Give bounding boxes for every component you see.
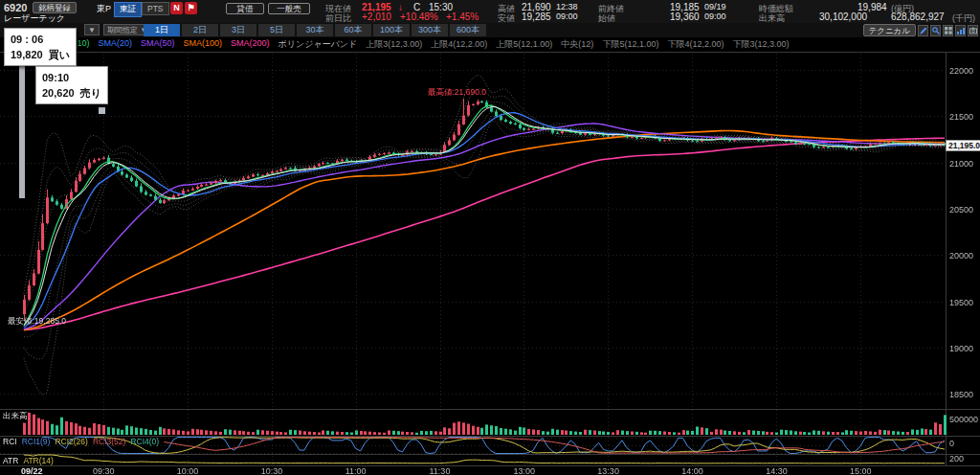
zoom-magnifier-icon[interactable] — [930, 25, 941, 36]
x-axis-tick: 15:00 — [850, 466, 872, 475]
x-axis-tick: 13:00 — [513, 466, 535, 475]
y-axis-tick: 21500 — [949, 112, 973, 122]
chart-app-window: 6920 銘柄登録 東P 東証 PTS N ⚑ レーザーテック 貸借 一般売 現… — [0, 0, 980, 475]
credit-button[interactable]: 貸借 — [226, 3, 264, 14]
session-low-annotation: 最安値:19,285.0 — [8, 316, 66, 328]
x-axis-tick: 13:30 — [597, 466, 619, 475]
buy-trade-side: 買い — [49, 49, 70, 60]
legend-SMA(200): SMA(200) — [231, 38, 270, 51]
period-tab-100本[interactable]: 100本 — [373, 24, 410, 36]
screenshot-camera-icon[interactable] — [968, 25, 978, 36]
period-toolbar: ▼ 期間指定 ▼ 1日2日3日5日30本60本100本300本600本 テクニカ… — [0, 23, 980, 37]
legend-SMA(100): SMA(100) — [184, 38, 223, 51]
y-axis-tick: 19000 — [949, 344, 973, 353]
low-value: 19,285 — [522, 11, 551, 22]
open-value: 19,360 — [670, 11, 700, 22]
legend-band: 下限5(12,1.00) — [602, 38, 658, 51]
y-axis-tick: 20500 — [949, 205, 973, 215]
rci-panel-labels: RCIRCI1(9)RCI2(26)RCI3(52)RCI4(0) — [3, 437, 164, 446]
indicator-legend-bar: SMA(10)SMA(20)SMA(50)SMA(100)SMA(200)ボリン… — [56, 38, 955, 51]
period-tab-5日[interactable]: 5日 — [258, 24, 295, 36]
rci-label-RCI: RCI — [3, 437, 17, 446]
rci-label-RCI2(26): RCI2(26) — [55, 437, 87, 446]
news-icon[interactable]: N — [170, 2, 183, 14]
change-value: +2,010 — [362, 11, 391, 22]
session-high-annotation: 最高値:21,690.0 — [428, 87, 486, 99]
y-axis-tick: 18500 — [949, 390, 973, 399]
sell-trade-side: 売り — [80, 87, 101, 99]
rci-label-RCI4(0): RCI4(0) — [130, 437, 159, 446]
x-axis-tick: 10:00 — [177, 466, 199, 475]
legend-SMA(50): SMA(50) — [141, 38, 175, 51]
x-axis-tick: 11:00 — [345, 466, 367, 475]
sell-trade-tooltip: 09:10 20,620 売り — [35, 66, 108, 104]
period-tab-600本[interactable]: 600本 — [450, 24, 486, 36]
open-time: 09:00 — [704, 11, 726, 21]
chart-area: 1850019000195002000020500210002150022000… — [0, 52, 980, 475]
atr-label-ATR(14): ATR(14) — [23, 456, 54, 465]
x-axis-tick: 11:30 — [430, 466, 451, 475]
legend-band: 上限5(12,1.00) — [496, 38, 552, 51]
y-axis-tick: 19500 — [949, 298, 973, 307]
volume-axis-label: 500000 — [949, 415, 978, 424]
technical-button[interactable]: テクニカル — [863, 24, 917, 36]
grid-view-icon[interactable] — [943, 25, 953, 36]
period-tab-3日[interactable]: 3日 — [220, 24, 256, 36]
header-bar: 6920 銘柄登録 東P 東証 PTS N ⚑ レーザーテック 貸借 一般売 現… — [0, 0, 980, 23]
trade-marker-handle[interactable] — [99, 107, 105, 114]
general-sell-button[interactable]: 一般売 — [268, 3, 310, 14]
period-tab-60本[interactable]: 60本 — [335, 24, 371, 36]
legend-band: 上限4(12,2.00) — [431, 38, 487, 51]
prev-close-date: 09/19 — [704, 2, 726, 11]
price-chart-canvas[interactable] — [0, 52, 980, 475]
sell-trade-price: 20,620 — [42, 87, 75, 99]
atr-label-ATR: ATR — [3, 456, 18, 465]
legend-bollinger: ボリンジャーバンド — [278, 38, 358, 51]
rci-label-RCI1(9): RCI1(9) — [22, 437, 51, 446]
y-axis-tick: 21000 — [949, 159, 973, 169]
atr-panel-labels: ATRATR(14) — [3, 456, 58, 465]
buy-trade-tooltip: 09 : 06 19,820 買い — [4, 28, 77, 66]
date-label: 09/22 — [21, 466, 43, 475]
change-percent-2: +1.45% — [446, 11, 479, 22]
venue-toggle-pts[interactable]: PTS — [142, 2, 169, 15]
legend-band: 中央(12) — [561, 38, 593, 51]
period-tab-2日[interactable]: 2日 — [182, 24, 218, 36]
turnover-value: 628,862,927 — [891, 11, 945, 22]
x-axis-tick: 09:30 — [93, 466, 115, 475]
volume-panel-label: 出来高 — [3, 411, 28, 422]
legend-band: 下限3(12,3.00) — [732, 38, 789, 51]
x-axis-tick: 10:30 — [261, 466, 283, 475]
alert-icon[interactable]: ⚑ — [185, 2, 197, 14]
legend-SMA(20): SMA(20) — [99, 38, 133, 51]
atr-axis-label: 200 — [949, 454, 964, 464]
last-price-box: 21,195.0 — [946, 140, 980, 151]
high-time: 12:38 — [556, 2, 578, 11]
legend-band: 下限4(12,2.00) — [667, 38, 724, 51]
low-time: 09:00 — [556, 11, 578, 21]
history-dropdown[interactable]: ▼ — [84, 24, 100, 35]
chart-style-icon[interactable] — [955, 25, 966, 36]
change-percent: +10.48% — [400, 11, 438, 22]
period-tab-30本[interactable]: 30本 — [297, 24, 333, 36]
period-tab-300本[interactable]: 300本 — [412, 24, 448, 36]
market-segment-label: 東P — [97, 3, 111, 15]
venue-toggle-tse[interactable]: 東証 — [114, 2, 142, 17]
y-axis-tick: 20000 — [949, 251, 973, 260]
rci-axis-label: 0 — [949, 439, 954, 448]
draw-pencil-icon[interactable] — [918, 25, 928, 36]
sell-trade-time: 09:10 — [42, 70, 101, 85]
buy-trade-time: 09 : 06 — [11, 32, 70, 47]
legend-band: 上限3(12,3.00) — [366, 38, 422, 51]
x-axis-tick: 14:30 — [766, 466, 788, 475]
y-axis-tick: 22000 — [949, 66, 973, 76]
volume-value: 30,102,000 — [819, 11, 867, 22]
rci-label-RCI3(52): RCI3(52) — [93, 437, 125, 446]
buy-trade-price: 19,820 — [11, 49, 43, 60]
x-axis-tick: 14:00 — [681, 466, 703, 475]
period-tabs: 1日2日3日5日30本60本100本300本600本 — [144, 24, 486, 36]
period-tab-1日[interactable]: 1日 — [144, 24, 180, 36]
